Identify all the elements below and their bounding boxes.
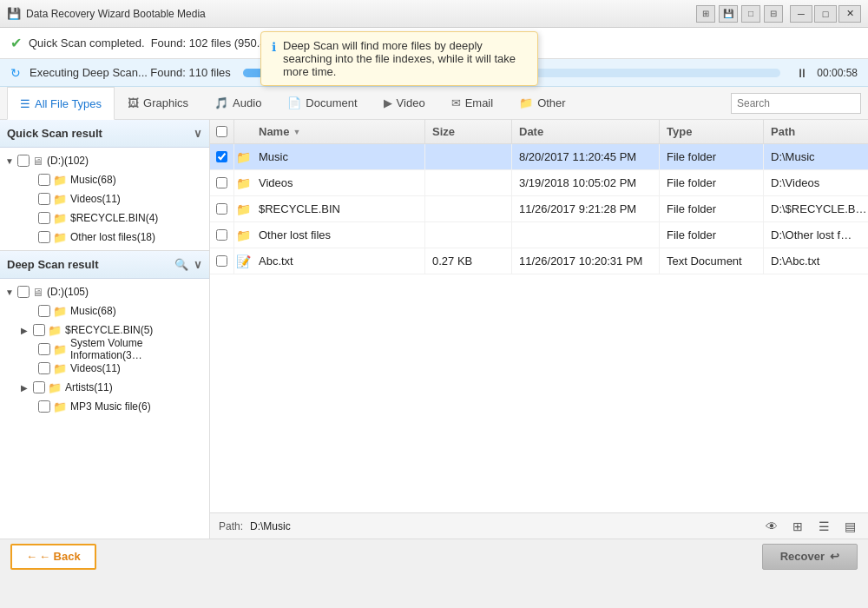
row3-checkbox[interactable]: [216, 203, 227, 215]
ds-artists-icon: 📁: [48, 381, 62, 394]
deep-scan-search-icon[interactable]: 🔍: [174, 258, 188, 271]
app-title: Data Recovery Wizard Bootable Media: [26, 8, 696, 20]
row5-check[interactable]: [210, 248, 234, 274]
deep-scan-music[interactable]: 📁 Music(68): [0, 301, 209, 321]
select-all-checkbox[interactable]: [216, 126, 227, 137]
quick-scan-recycle[interactable]: 📁 $RECYCLE.BIN(4): [0, 208, 209, 228]
deep-scan-sysvolinfo[interactable]: 📁 System Volume Information(3…: [0, 340, 209, 359]
status-completed-text: Quick Scan completed. Found: 102 files (…: [29, 36, 285, 50]
extra-btn-1[interactable]: ⊞: [696, 5, 715, 23]
ds-sysvolinfo-icon: 📁: [53, 343, 67, 356]
list-view-icon[interactable]: ☰: [814, 517, 833, 536]
music-checkbox[interactable]: [38, 174, 50, 186]
maximize-button[interactable]: □: [814, 5, 837, 23]
quick-scan-videos[interactable]: 📁 Videos(11): [0, 189, 209, 208]
recover-button[interactable]: Recover ↩: [762, 544, 858, 570]
tab-email[interactable]: ✉ Email: [438, 87, 507, 120]
document-icon: 📄: [287, 96, 301, 109]
deep-scan-mp3[interactable]: 📁 MP3 Music file(6): [0, 397, 209, 416]
ds-music-checkbox[interactable]: [38, 305, 50, 317]
row2-check[interactable]: [210, 170, 234, 195]
deep-scan-header-right: 🔍 ∨: [174, 258, 202, 271]
ds-recycle-checkbox[interactable]: [33, 324, 45, 336]
close-button[interactable]: ✕: [838, 5, 861, 23]
audio-icon: 🎵: [214, 96, 228, 109]
row4-check[interactable]: [210, 222, 234, 248]
minimize-button[interactable]: ─: [790, 5, 812, 23]
table-row[interactable]: 📁 $RECYCLE.BIN 11/26/2017 9:21:28 PM Fil…: [210, 196, 868, 222]
row3-name: $RECYCLE.BIN: [252, 196, 425, 221]
ds-hdd-icon: 🖥: [32, 286, 43, 299]
other-icon: 📁: [519, 96, 533, 109]
all-files-icon: ☰: [20, 97, 30, 110]
grid-view-icon[interactable]: ⊞: [788, 517, 807, 536]
th-date[interactable]: Date: [512, 120, 660, 143]
preview-icon[interactable]: 👁: [762, 517, 781, 536]
deep-scan-root[interactable]: ▼ 🖥 (D:)(105): [0, 282, 209, 301]
row1-date: 8/20/2017 11:20:45 PM: [512, 144, 660, 169]
quick-scan-other[interactable]: 📁 Other lost files(18): [0, 228, 209, 247]
table-row[interactable]: 📝 Abc.txt 0.27 KB 11/26/2017 10:20:31 PM…: [210, 248, 868, 274]
quick-scan-collapse[interactable]: ∨: [194, 127, 202, 140]
quick-scan-root-label: (D:)(102): [47, 155, 89, 167]
recycle-checkbox[interactable]: [38, 212, 50, 224]
ds-mp3-checkbox[interactable]: [38, 400, 50, 413]
videos-checkbox[interactable]: [38, 193, 50, 205]
root-checkbox[interactable]: [17, 155, 30, 167]
ds-videos-checkbox[interactable]: [38, 362, 50, 374]
deep-scan-artists[interactable]: ▶ 📁 Artists(11): [0, 378, 209, 397]
ds-mp3-label: MP3 Music file(6): [70, 400, 151, 413]
ds-root-checkbox[interactable]: [17, 286, 30, 298]
extra-btn-3[interactable]: □: [741, 5, 760, 23]
deep-scan-collapse[interactable]: ∨: [194, 258, 202, 271]
quick-scan-header-right: ∨: [194, 127, 202, 140]
tab-all-file-types[interactable]: ☰ All File Types: [7, 87, 115, 120]
table-row[interactable]: 📁 Music 8/20/2017 11:20:45 PM File folde…: [210, 144, 868, 170]
row3-date: 11/26/2017 9:21:28 PM: [512, 196, 660, 221]
row5-checkbox[interactable]: [216, 255, 227, 267]
tab-graphics[interactable]: 🖼 Graphics: [115, 87, 201, 120]
path-label: Path:: [219, 520, 243, 532]
tab-document[interactable]: 📄 Document: [274, 87, 370, 120]
pause-button[interactable]: ⏸: [796, 66, 808, 80]
ds-sysvolinfo-checkbox[interactable]: [38, 343, 50, 355]
quick-scan-root[interactable]: ▼ 🖥 (D:)(102): [0, 151, 209, 170]
extra-btn-4[interactable]: ⊟: [764, 5, 783, 23]
th-path[interactable]: Path: [764, 120, 868, 143]
th-size[interactable]: Size: [425, 120, 512, 143]
row4-checkbox[interactable]: [216, 229, 227, 241]
details-view-icon[interactable]: ▤: [840, 517, 859, 536]
title-bar-extras: ⊞ 💾 □ ⊟: [696, 5, 783, 23]
search-input[interactable]: [737, 97, 867, 109]
table-row[interactable]: 📁 Other lost files File folder D:\Other …: [210, 222, 868, 248]
tab-video-label: Video: [397, 96, 425, 109]
folder-icon: 📁: [236, 150, 251, 164]
tab-other[interactable]: 📁 Other: [506, 87, 579, 120]
ds-artists-checkbox[interactable]: [33, 381, 45, 393]
music-folder-icon: 📁: [53, 174, 67, 187]
search-box[interactable]: 🔍: [731, 93, 861, 114]
other-label: Other lost files(18): [70, 231, 155, 243]
other-folder-icon: 📁: [53, 231, 67, 244]
extra-btn-2[interactable]: 💾: [719, 5, 738, 23]
row1-checkbox[interactable]: [216, 151, 227, 162]
videos-label: Videos(11): [70, 193, 121, 205]
th-name[interactable]: Name ▼: [252, 120, 425, 143]
status-bar: ✔ Quick Scan completed. Found: 102 files…: [0, 28, 868, 59]
right-panel: Name ▼ Size Date Type Path: [210, 120, 868, 539]
back-arrow-icon: ←: [26, 550, 37, 563]
other-lost-checkbox[interactable]: [38, 231, 50, 243]
deep-scan-root-label: (D:)(105): [47, 286, 89, 298]
deep-scan-videos[interactable]: 📁 Videos(11): [0, 359, 209, 378]
th-checkbox[interactable]: [210, 120, 234, 143]
row3-check[interactable]: [210, 196, 234, 221]
th-type[interactable]: Type: [660, 120, 764, 143]
ds-recycle-label: $RECYCLE.BIN(5): [65, 324, 153, 336]
tab-video[interactable]: ▶ Video: [371, 87, 438, 120]
row1-check[interactable]: [210, 144, 234, 169]
back-button[interactable]: ← ← Back: [10, 544, 96, 570]
quick-scan-music[interactable]: 📁 Music(68): [0, 170, 209, 189]
row2-checkbox[interactable]: [216, 177, 227, 188]
table-row[interactable]: 📁 Videos 3/19/2018 10:05:02 PM File fold…: [210, 170, 868, 196]
tab-audio[interactable]: 🎵 Audio: [201, 87, 274, 120]
